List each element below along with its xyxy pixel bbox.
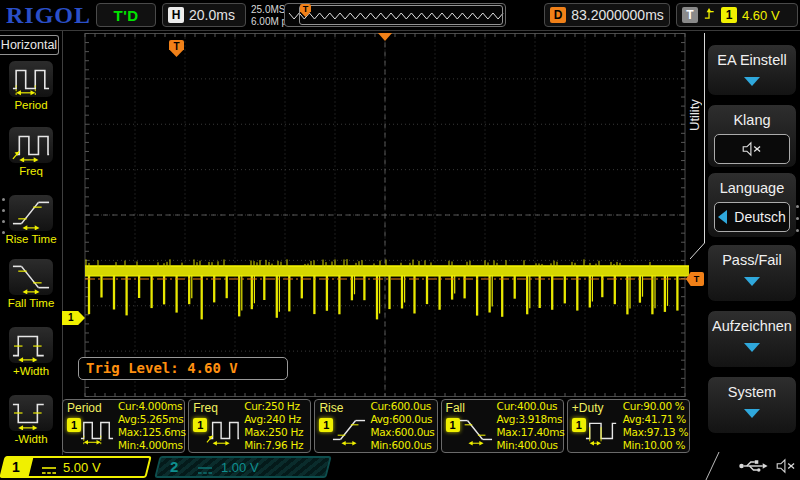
channel-1-indicator[interactable]: 1 5.00 V <box>3 456 149 478</box>
measurement-name: Freq <box>193 401 218 415</box>
stat-row: Avg:41.71 % <box>623 413 688 426</box>
trigger-status-box: T'D <box>96 3 156 27</box>
sidebar-item-label: Freq <box>0 165 62 177</box>
sidebar-item-width[interactable]: -Width <box>0 394 62 445</box>
measurement-source-badge: 1 <box>572 418 586 432</box>
menu-item-ea-einstell[interactable]: EA Einstell <box>707 44 797 96</box>
fall-icon <box>459 414 493 450</box>
page-dot <box>2 198 5 201</box>
sidebar-item-period[interactable]: Period <box>0 60 62 111</box>
chevron-left-icon <box>718 210 727 224</box>
stat-row: Avg:600.0us <box>370 413 434 426</box>
dc-coupling-icon <box>41 462 57 480</box>
stat-row: Avg:3.918ms <box>497 413 565 426</box>
menu-item-label: Language <box>708 180 796 196</box>
d-badge: D <box>550 7 566 23</box>
sidebar-item-rise-time[interactable]: Rise Time <box>0 194 62 245</box>
measurement-stats: Cur:250 HzAvg:240 HzMax:250 HzMin:7.96 H… <box>244 400 303 452</box>
measurement-name: +Duty <box>572 401 604 415</box>
stat-row: Max:17.40ms <box>497 426 565 439</box>
menu-item-aufzeichnen[interactable]: Aufzeichnen <box>707 310 797 368</box>
menu-item-value: Deutsch <box>734 209 785 225</box>
chevron-down-icon <box>744 409 760 418</box>
freq-icon <box>206 414 240 450</box>
fall-icon <box>8 258 54 296</box>
measurement-name: Fall <box>446 401 465 415</box>
rigol-logo: RIGOL <box>6 2 91 29</box>
measurement-fall: Fall 1 Cur:400.0usAvg:3.918msMax:17.40ms… <box>441 399 564 453</box>
oscilloscope-screen: RIGOL T'D H 20.0ms 25.0MSa/s 6.00M pts T… <box>0 0 800 480</box>
channel-1-scale: 5.00 V <box>63 460 101 475</box>
menu-item-language[interactable]: Language Deutsch <box>707 172 797 238</box>
menu-tab-title: Utility <box>687 59 705 171</box>
dc-coupling-icon <box>197 462 213 480</box>
sidebar-item-freq[interactable]: Freq <box>0 126 62 177</box>
page-dot <box>796 229 799 232</box>
trigger-level-value: 4.60 V <box>742 8 780 23</box>
chevron-down-icon <box>744 77 760 86</box>
stat-row: Avg:5.265ms <box>118 413 186 426</box>
sidebar-item-label: Period <box>0 99 62 111</box>
sidebar-item-label: +Width <box>0 365 62 377</box>
menu-item-pass-fail[interactable]: Pass/Fail <box>707 244 797 302</box>
menu-item-system[interactable]: System <box>707 376 797 434</box>
page-dot <box>2 231 5 234</box>
graticule-and-waveform <box>62 33 690 397</box>
speaker-muted-icon <box>714 134 790 164</box>
stat-row: Min:10.00 % <box>623 439 688 452</box>
stat-row: Cur:90.00 % <box>623 400 688 413</box>
page-dot <box>2 209 5 212</box>
usb-icon <box>738 457 768 479</box>
measurement-period: Period 1 Cur:4.000msAvg:5.265msMax:125.6… <box>62 399 185 453</box>
right-softkey-menu: Utility EA EinstellKlangLanguage Deutsch… <box>690 31 800 480</box>
stat-row: Max:97.13 % <box>623 426 688 439</box>
menu-item-label: Klang <box>708 112 796 128</box>
stat-row: Max:125.6ms <box>118 426 186 439</box>
trigger-status: T'D <box>102 7 150 24</box>
trig-level-readout: Trig Level: 4.60 V <box>78 357 288 380</box>
system-status-icons <box>738 457 797 479</box>
page-dot <box>796 205 799 208</box>
freq-icon <box>8 126 54 164</box>
stat-row: Avg:240 Hz <box>244 413 303 426</box>
measurement-stats: Cur:400.0usAvg:3.918msMax:17.40msMin:400… <box>497 400 565 452</box>
measurement-rise: Rise 1 Cur:600.0usAvg:600.0usMax:600.0us… <box>314 399 437 453</box>
sidebar-item-width[interactable]: +Width <box>0 326 62 377</box>
nwidth-icon <box>8 394 54 432</box>
measurement-stats: Cur:600.0usAvg:600.0usMax:600.0usMin:600… <box>370 400 434 452</box>
stat-row: Min:4.000ms <box>118 439 186 452</box>
preview-window-bracket <box>299 5 503 25</box>
horizontal-timebase-box: H 20.0ms <box>162 3 246 27</box>
trigger-position-marker[interactable] <box>378 33 392 41</box>
rising-edge-icon <box>703 6 716 25</box>
menu-item-klang[interactable]: Klang <box>707 104 797 168</box>
sidebar-item-label: -Width <box>0 433 62 445</box>
left-menu-title: Horizontal <box>0 35 59 55</box>
duty-icon <box>585 414 619 450</box>
period-icon <box>80 414 114 450</box>
t-badge: T <box>682 7 698 23</box>
delay-value: 83.2000000ms <box>571 7 664 23</box>
stat-row: Cur:400.0us <box>497 400 565 413</box>
channel-2-number: 2 <box>170 459 178 475</box>
stat-row: Min:400.0us <box>497 439 565 452</box>
stat-row: Max:600.0us <box>370 426 434 439</box>
speaker-muted-icon <box>775 457 797 479</box>
channel-2-scale: 1.00 V <box>221 460 259 475</box>
stat-row: Min:7.96 Hz <box>244 439 303 452</box>
sidebar-item-label: Rise Time <box>0 233 62 245</box>
stat-row: Cur:4.000ms <box>118 400 186 413</box>
chevron-down-icon <box>744 277 760 286</box>
sidebar-item-fall-time[interactable]: Fall Time <box>0 258 62 309</box>
measurement-source-badge: 1 <box>193 418 207 432</box>
menu-item-label: EA Einstell <box>708 52 796 68</box>
measurement-source-badge: 1 <box>446 418 460 432</box>
timebase-value: 20.0ms <box>189 7 235 23</box>
menu-item-label: System <box>708 384 796 400</box>
top-status-bar: RIGOL T'D H 20.0ms 25.0MSa/s 6.00M pts T… <box>0 0 800 31</box>
measurement-source-badge: 1 <box>319 418 333 432</box>
stat-row: Cur:600.0us <box>370 400 434 413</box>
channel-2-indicator[interactable]: 2 1.00 V <box>157 456 329 478</box>
measurement-name: Period <box>67 401 102 415</box>
rise-icon <box>8 194 54 232</box>
